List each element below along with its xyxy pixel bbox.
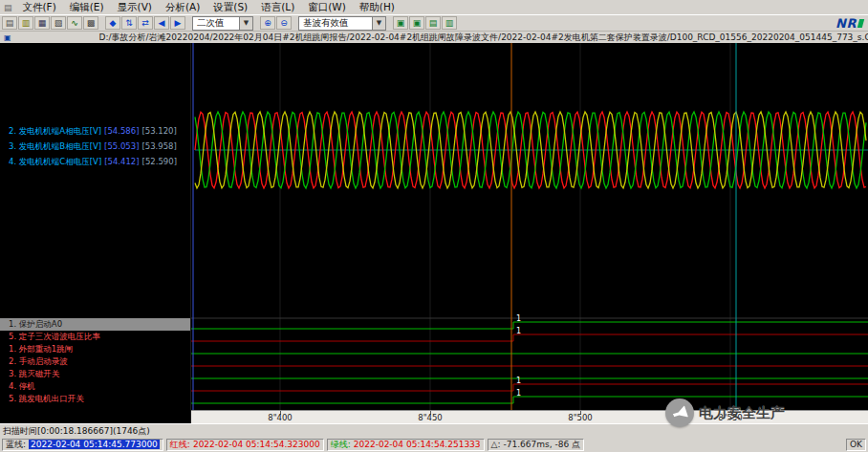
analog-value-green-cursor: [52.590] (142, 154, 177, 169)
menu-items: 文件(F)编辑(E)显示(V)分析(A)设置(S)语言(L)窗口(W)帮助(H) (16, 0, 401, 14)
analog-value-blue-cursor: [55.053] (104, 139, 139, 154)
app-window: ▤ 文件(F)编辑(E)显示(V)分析(A)设置(S)语言(L)窗口(W)帮助(… (0, 0, 868, 452)
analog-channel-label: 4. 发电机机端C相电压[V] (9, 154, 101, 169)
menu-item-help[interactable]: 帮助(H) (353, 0, 401, 14)
digital-state-label: 1 (516, 389, 521, 398)
blue-cursor-value: 2022-02-04 05:14:45.773000 (29, 440, 160, 449)
digital-trace (191, 334, 868, 341)
toolbar-group-file: ▤▥▦▧∿▩ (2, 16, 98, 30)
digital-trace (191, 322, 868, 329)
display-mode-combo[interactable]: 基波有效值 ▼ (298, 16, 386, 31)
vector-diagram-icon[interactable]: ▤ (425, 16, 441, 30)
value-mode-selected: 二次值 (193, 17, 228, 30)
channel-panel: 2. 发电机机端A相电压[V][54.586][53.120]3. 发电机机端B… (0, 43, 191, 423)
digital-channel-list: 1. 保护启动A05. 定子三次谐波电压比率1. 外部重动1跳闸2. 手动启动录… (0, 318, 190, 405)
menu-item-edit[interactable]: 编辑(E) (63, 0, 111, 14)
scan-time-text: 扫描时间[0:00:18.186667](1746点) (3, 426, 150, 436)
green-cursor-value: 2022-02-04 05:14:54.251333 (354, 440, 481, 449)
analog-channel-label: 3. 发电机机端B相电压[V] (9, 139, 101, 154)
app-icon: ▤ (0, 3, 16, 12)
toolbar-group-analysis: ▣▣▤▥ (393, 16, 457, 30)
menu-item-file[interactable]: 文件(F) (16, 0, 63, 14)
save-icon[interactable]: ▦ (34, 16, 50, 30)
green-cursor-label: 绿线: (331, 439, 351, 451)
analog-channel-row[interactable]: 2. 发电机机端A相电压[V][54.586][53.120] (0, 123, 190, 139)
nr-logo: NR (835, 16, 863, 31)
digital-state-label: 1 (516, 377, 521, 385)
delta-value: -71.667ms, -86 点 (504, 439, 580, 451)
chevron-down-icon[interactable]: ▼ (372, 17, 385, 30)
waveform-canvas[interactable]: 1111 (191, 43, 868, 410)
green-cursor-time: 绿线: 2022-02-04 05:14:54.251333 (327, 439, 485, 451)
toolbar: ▤▥▦▧∿▩ ◆⇅⇄◀▶ 二次值 ▼ ⊕⊖ 基波有效值 ▼ ▣▣▤▥ NR (0, 14, 868, 31)
analog-value-green-cursor: [53.120] (141, 123, 176, 139)
menu-item-view[interactable]: 显示(V) (111, 0, 159, 14)
menu-item-language[interactable]: 语言(L) (254, 0, 301, 14)
digital-state-label: 1 (516, 327, 521, 335)
value-mode-combo[interactable]: 二次值 ▼ (192, 16, 253, 31)
digital-channel-row[interactable]: 1. 保护启动A0 (0, 318, 190, 331)
digital-state-label: 1 (516, 314, 521, 323)
plot-area[interactable]: 1111 8"4008"4508"5008"550 (191, 43, 868, 423)
sequence-values-icon[interactable]: ▥ (442, 16, 457, 30)
marker-icon[interactable]: ◆ (105, 16, 120, 30)
zoom-out-icon[interactable]: ⊖ (276, 16, 292, 30)
analog-channel-row[interactable]: 4. 发电机机端C相电压[V][54.412][52.590] (0, 154, 190, 169)
menu-item-analysis[interactable]: 分析(A) (159, 0, 206, 14)
cursor-delta: △: -71.667ms, -86 点 (488, 439, 584, 451)
display-mode-selected: 基波有效值 (299, 17, 353, 30)
new-file-icon[interactable]: ▤ (2, 16, 17, 30)
digital-channel-row[interactable]: 4. 停机 (0, 380, 190, 393)
red-cursor-time: 红线: 2022-02-04 05:14:54.323000 (166, 439, 324, 451)
blue-cursor-label: 蓝线: (6, 439, 26, 451)
blue-cursor-time: 蓝线: 2022-02-04 05:14:45.773000 (2, 439, 163, 451)
channel-list-icon[interactable]: ▩ (83, 16, 98, 30)
toolbar-group-navigation: ◆⇅⇄◀▶ (105, 16, 185, 30)
menu-item-window[interactable]: 窗口(W) (301, 0, 353, 14)
digital-channel-row[interactable]: 5. 定子三次谐波电压比率 (0, 331, 190, 343)
fit-horizontal-icon[interactable]: ⇄ (138, 16, 153, 30)
print-icon[interactable]: ▧ (51, 16, 66, 30)
scan-status-row: 扫描时间[0:00:18.186667](1746点) (0, 423, 868, 437)
open-file-icon[interactable]: ▥ (18, 16, 33, 30)
prev-screen-icon[interactable]: ◀ (154, 16, 169, 30)
report-icon[interactable]: ▣ (393, 16, 408, 30)
status-ok: OK (846, 439, 866, 451)
analog-value-green-cursor: [53.958] (141, 139, 176, 154)
digital-channel-row[interactable]: 5. 跳发电机出口开关 (0, 393, 190, 405)
chevron-down-icon[interactable]: ▼ (239, 17, 252, 30)
digital-channel-row[interactable]: 1. 外部重动1跳闸 (0, 343, 190, 355)
axis-label: 8"500 (568, 413, 593, 422)
analog-channel-row[interactable]: 3. 发电机机端B相电压[V][55.053][53.958] (0, 139, 190, 154)
menu-item-settings[interactable]: 设置(S) (206, 0, 254, 14)
red-cursor-value: 2022-02-04 05:14:54.323000 (193, 440, 320, 449)
axis-label: 8"450 (418, 413, 443, 422)
digital-trace (191, 384, 868, 391)
path-bar: ▣ D:/事故分析/岩滩20220204/2022年02月04日#2机组跳闸报告… (0, 31, 868, 44)
harmonic-analysis-icon[interactable]: ▣ (409, 16, 424, 30)
waveform-icon[interactable]: ∿ (67, 16, 82, 30)
digital-channel-row[interactable]: 3. 跳灭磁开关 (0, 368, 190, 380)
analog-channel-label: 2. 发电机机端A相电压[V] (9, 123, 101, 139)
toolbar-group-zoom: ⊕⊖ (260, 16, 292, 30)
digital-channel-row[interactable]: 2. 手动启动录波 (0, 355, 190, 368)
next-screen-icon[interactable]: ▶ (170, 16, 185, 30)
status-bar: 蓝线: 2022-02-04 05:14:45.773000 红线: 2022-… (0, 437, 868, 452)
file-icon: ▣ (0, 33, 15, 42)
analog-channel-list: 2. 发电机机端A相电压[V][54.586][53.120]3. 发电机机端B… (0, 123, 190, 169)
axis-label: 8"550 (718, 413, 743, 422)
fit-vertical-icon[interactable]: ⇅ (121, 16, 137, 30)
analog-value-blue-cursor: [54.412] (104, 154, 139, 169)
red-cursor-label: 红线: (170, 439, 190, 451)
digital-trace (191, 397, 868, 403)
menu-bar: ▤ 文件(F)编辑(E)显示(V)分析(A)设置(S)语言(L)窗口(W)帮助(… (0, 0, 868, 14)
analog-value-blue-cursor: [54.586] (104, 123, 139, 139)
time-axis: 8"4008"4508"5008"550 (191, 410, 868, 423)
axis-label: 8"400 (268, 413, 293, 422)
zoom-in-icon[interactable]: ⊕ (260, 16, 275, 30)
delta-label: △: (491, 440, 501, 449)
